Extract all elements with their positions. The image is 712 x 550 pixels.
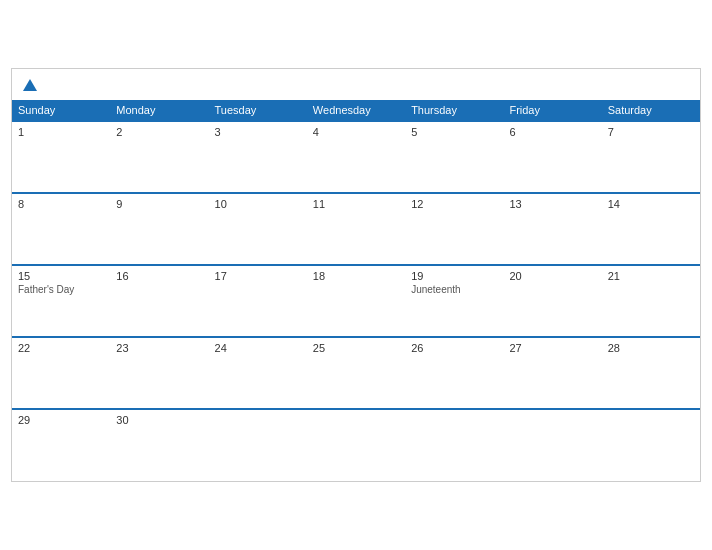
calendar-cell: 1 (12, 121, 110, 193)
day-number: 26 (411, 342, 497, 354)
day-number: 11 (313, 198, 399, 210)
week-row-1: 1234567 (12, 121, 700, 193)
weekday-header-tuesday: Tuesday (209, 100, 307, 121)
calendar-cell: 7 (602, 121, 700, 193)
calendar-cell: 5 (405, 121, 503, 193)
day-number: 8 (18, 198, 104, 210)
calendar-cell (405, 409, 503, 481)
day-number: 23 (116, 342, 202, 354)
weekday-header-row: SundayMondayTuesdayWednesdayThursdayFrid… (12, 100, 700, 121)
day-number: 21 (608, 270, 694, 282)
day-number: 15 (18, 270, 104, 282)
calendar-cell: 17 (209, 265, 307, 337)
event-label: Juneteenth (411, 284, 497, 295)
calendar-cell: 23 (110, 337, 208, 409)
calendar-cell: 18 (307, 265, 405, 337)
logo (22, 79, 37, 92)
calendar-cell: 12 (405, 193, 503, 265)
week-row-5: 2930 (12, 409, 700, 481)
day-number: 6 (509, 126, 595, 138)
day-number: 4 (313, 126, 399, 138)
weekday-header-sunday: Sunday (12, 100, 110, 121)
day-number: 18 (313, 270, 399, 282)
day-number: 5 (411, 126, 497, 138)
day-number: 19 (411, 270, 497, 282)
calendar-cell (209, 409, 307, 481)
event-label: Father's Day (18, 284, 104, 295)
day-number: 3 (215, 126, 301, 138)
day-number: 22 (18, 342, 104, 354)
day-number: 1 (18, 126, 104, 138)
calendar-cell: 9 (110, 193, 208, 265)
calendar-cell: 4 (307, 121, 405, 193)
weekday-header-wednesday: Wednesday (307, 100, 405, 121)
day-number: 30 (116, 414, 202, 426)
week-row-2: 891011121314 (12, 193, 700, 265)
calendar-cell: 20 (503, 265, 601, 337)
day-number: 29 (18, 414, 104, 426)
day-number: 27 (509, 342, 595, 354)
weekday-header-saturday: Saturday (602, 100, 700, 121)
calendar-cell (602, 409, 700, 481)
calendar-cell: 19Juneteenth (405, 265, 503, 337)
calendar-cell: 8 (12, 193, 110, 265)
day-number: 9 (116, 198, 202, 210)
calendar-cell (503, 409, 601, 481)
calendar-cell (307, 409, 405, 481)
calendar-table: SundayMondayTuesdayWednesdayThursdayFrid… (12, 100, 700, 481)
day-number: 13 (509, 198, 595, 210)
calendar-cell: 2 (110, 121, 208, 193)
calendar-cell: 6 (503, 121, 601, 193)
calendar-cell: 15Father's Day (12, 265, 110, 337)
day-number: 2 (116, 126, 202, 138)
day-number: 25 (313, 342, 399, 354)
calendar-cell: 16 (110, 265, 208, 337)
day-number: 24 (215, 342, 301, 354)
calendar-cell: 14 (602, 193, 700, 265)
calendar-cell: 27 (503, 337, 601, 409)
calendar-cell: 3 (209, 121, 307, 193)
day-number: 7 (608, 126, 694, 138)
calendar-cell: 28 (602, 337, 700, 409)
calendar-cell: 30 (110, 409, 208, 481)
calendar: SundayMondayTuesdayWednesdayThursdayFrid… (11, 68, 701, 482)
day-number: 12 (411, 198, 497, 210)
day-number: 16 (116, 270, 202, 282)
calendar-cell: 22 (12, 337, 110, 409)
day-number: 17 (215, 270, 301, 282)
week-row-3: 15Father's Day16171819Juneteenth2021 (12, 265, 700, 337)
calendar-cell: 11 (307, 193, 405, 265)
day-number: 14 (608, 198, 694, 210)
weekday-header-friday: Friday (503, 100, 601, 121)
calendar-cell: 26 (405, 337, 503, 409)
calendar-cell: 10 (209, 193, 307, 265)
logo-triangle-icon (23, 79, 37, 91)
weekday-header-thursday: Thursday (405, 100, 503, 121)
calendar-cell: 25 (307, 337, 405, 409)
day-number: 10 (215, 198, 301, 210)
calendar-header (12, 69, 700, 100)
calendar-cell: 13 (503, 193, 601, 265)
week-row-4: 22232425262728 (12, 337, 700, 409)
calendar-cell: 29 (12, 409, 110, 481)
calendar-cell: 21 (602, 265, 700, 337)
weekday-header-monday: Monday (110, 100, 208, 121)
calendar-cell: 24 (209, 337, 307, 409)
day-number: 28 (608, 342, 694, 354)
day-number: 20 (509, 270, 595, 282)
